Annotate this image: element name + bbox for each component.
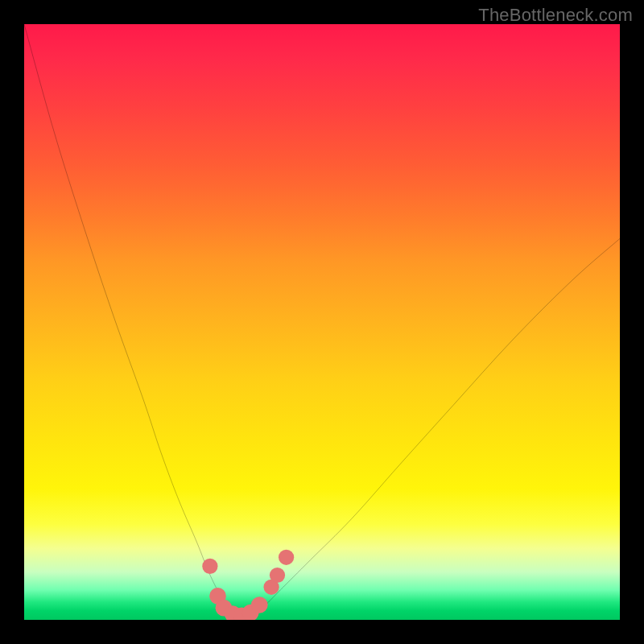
watermark-text: TheBottleneck.com	[478, 5, 633, 26]
chart-svg	[24, 24, 620, 620]
point-right-upper	[279, 550, 294, 565]
bottleneck-curve	[24, 24, 620, 618]
point-right-mid2	[270, 568, 285, 583]
point-trough-r2	[251, 597, 268, 613]
data-markers	[202, 550, 294, 620]
point-left-upper	[202, 559, 217, 574]
chart-plot-area	[24, 24, 620, 620]
